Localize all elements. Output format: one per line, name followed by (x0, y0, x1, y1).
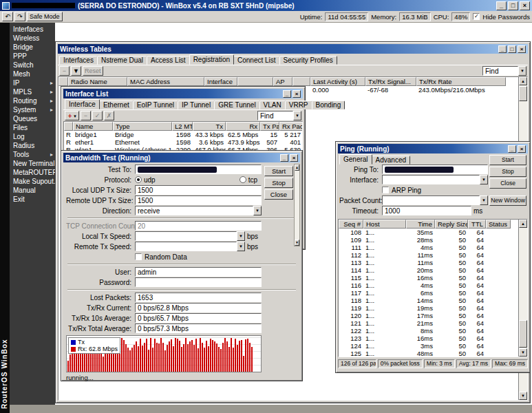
disable-button[interactable]: ✗ (104, 111, 114, 120)
column-header[interactable]: Host (363, 220, 406, 229)
table-row[interactable]: 1211...21ms5064 (339, 319, 527, 327)
sidebar-item-interfaces[interactable]: Interfaces (10, 25, 55, 34)
ping-to-input[interactable] (382, 165, 488, 174)
sidebar-item-tools[interactable]: Tools▸ (10, 150, 55, 159)
remote-udp-tx-size-input[interactable]: 1500 (135, 195, 262, 205)
scroll-down-icon[interactable]: ▼ (295, 240, 299, 246)
scroll-thumb[interactable] (519, 320, 527, 348)
column-header[interactable]: Interface (204, 77, 237, 86)
sidebar-item-exit[interactable]: Exit (10, 195, 55, 204)
find-dropdown-icon[interactable]: ▼ (518, 66, 526, 76)
interface-dropdown-icon[interactable]: ▼ (480, 175, 488, 184)
interface-input[interactable] (382, 175, 480, 184)
direction-select[interactable]: receive (135, 206, 253, 215)
remove-button[interactable]: − (59, 66, 70, 76)
protocol-udp-radio[interactable] (135, 176, 142, 183)
vertical-scrollbar[interactable]: ▲ ▼ (294, 164, 300, 246)
sidebar-item-routing[interactable]: Routing▸ (10, 96, 55, 105)
sidebar-item-wireless[interactable]: Wireless (10, 34, 55, 43)
close-button[interactable]: × (518, 145, 526, 153)
app-maximize-button[interactable]: □ (508, 1, 518, 10)
minimize-button[interactable]: _ (498, 45, 507, 53)
sidebar-item-metarouter[interactable]: MetaROUTER (10, 168, 55, 177)
column-header[interactable]: Tx (193, 122, 226, 131)
filter-icon[interactable]: ▼ (71, 66, 81, 76)
reset-button[interactable]: Reset (83, 66, 103, 76)
timeout-input[interactable]: 1000 (382, 206, 471, 215)
local-tx-speed-dropdown-icon[interactable]: ▼ (237, 231, 245, 241)
maximize-button[interactable]: □ (508, 45, 516, 53)
protocol-tcp-radio[interactable] (240, 176, 246, 183)
column-header[interactable] (58, 77, 68, 86)
password-input[interactable] (135, 277, 262, 287)
table-row[interactable]: 1171...6ms5064 (339, 289, 527, 297)
interface-list-titlebar[interactable]: Interface List _ × (63, 89, 303, 98)
minimize-button[interactable]: _ (280, 154, 288, 162)
start-button[interactable]: Start (264, 166, 293, 176)
tab-registration[interactable]: Registration (189, 54, 234, 65)
ping-titlebar[interactable]: Ping (Running) _ × (338, 144, 528, 153)
table-row[interactable]: 1161...4ms5064 (339, 282, 527, 289)
add-button[interactable]: ＋▼ (65, 111, 79, 120)
minimize-button[interactable]: _ (283, 90, 291, 98)
find-input[interactable]: Find (257, 111, 293, 120)
remote-tx-speed-input[interactable] (135, 242, 237, 251)
table-row[interactable]: Rether1Ethernet15983.6 kbps473.9 kbps507… (64, 138, 302, 146)
tab-eoip-tunnel[interactable]: EoIP Tunnel (133, 100, 178, 109)
sidebar-item-queues[interactable]: Queues (10, 114, 55, 123)
sidebar-item-radius[interactable]: Radius (10, 141, 55, 150)
start-button[interactable]: Start (489, 155, 526, 165)
table-row[interactable]: 1111...4ms5064 (339, 244, 527, 251)
column-header[interactable]: Name (73, 122, 113, 131)
scroll-up-icon[interactable]: ▲ (295, 165, 299, 171)
tab-ethernet[interactable]: Ethernet (99, 100, 134, 109)
column-header[interactable]: Last Activity (s) (310, 77, 365, 86)
tab-general[interactable]: General (339, 154, 372, 165)
column-header[interactable]: AP (273, 77, 292, 86)
sidebar-item-ip[interactable]: IP▸ (10, 78, 55, 87)
close-button[interactable]: Close (489, 178, 526, 189)
packet-count-dropdown-icon[interactable]: ▼ (480, 195, 488, 205)
table-row[interactable]: 1181...14ms5064 (339, 297, 527, 304)
user-input[interactable]: admin (135, 267, 262, 277)
undo-icon[interactable]: ↶ (2, 12, 13, 21)
table-row[interactable]: 1191...19ms5064 (339, 304, 527, 312)
column-header[interactable] (64, 122, 73, 131)
table-row[interactable]: 1221...8ms5064 (339, 327, 527, 335)
table-row[interactable]: 1121...11ms5064 (339, 251, 527, 259)
tcp-connection-count-input[interactable]: 20 (135, 221, 262, 231)
column-header[interactable]: Type (113, 122, 172, 131)
sidebar-item-new-terminal[interactable]: New Terminal (10, 159, 55, 168)
direction-dropdown-icon[interactable]: ▼ (253, 206, 262, 215)
tab-bonding[interactable]: Bonding (312, 100, 345, 109)
column-header[interactable]: Rx Pac... (279, 122, 303, 131)
column-header[interactable] (292, 77, 310, 86)
close-button[interactable]: × (292, 90, 301, 98)
tab-gre-tunnel[interactable]: GRE Tunnel (214, 100, 259, 109)
enable-button[interactable]: ✓ (92, 111, 103, 120)
vertical-scrollbar[interactable]: ▲ ▼ (518, 220, 527, 357)
scroll-up-icon[interactable]: ▲ (519, 77, 527, 85)
app-minimize-button[interactable]: _ (496, 1, 507, 10)
column-header[interactable]: Time (406, 220, 435, 229)
tab-interface[interactable]: Interface (65, 99, 100, 109)
column-header[interactable]: Radio Name (68, 77, 127, 86)
sidebar-item-make-supout-rif[interactable]: Make Supout.rif (10, 177, 55, 186)
hide-passwords-checkbox[interactable]: ✓ (473, 13, 480, 20)
sidebar-item-mpls[interactable]: MPLS▸ (10, 87, 55, 96)
table-row[interactable]: 1141...20ms5064 (339, 266, 527, 274)
safe-mode-button[interactable]: Safe Mode (27, 12, 63, 21)
app-close-button[interactable]: × (520, 1, 530, 10)
new-window-button[interactable]: New Window (489, 195, 526, 206)
tab-vlan[interactable]: VLAN (259, 100, 286, 109)
wireless-tables-titlebar[interactable]: Wireless Tables _ □ × (58, 44, 528, 54)
column-header[interactable]: L2 MTU (172, 122, 193, 131)
scroll-up-icon[interactable]: ▲ (519, 220, 527, 228)
sidebar-item-manual[interactable]: Manual (10, 186, 55, 195)
minimize-button[interactable]: _ (508, 145, 516, 153)
tab-security-profiles[interactable]: Security Profiles (279, 56, 337, 65)
tab-nstreme-dual[interactable]: Nstreme Dual (97, 56, 147, 65)
close-button[interactable]: Close (264, 189, 293, 200)
table-row[interactable]: 1231...16ms5064 (339, 335, 527, 342)
column-header[interactable]: Tx Pac... (260, 122, 279, 131)
